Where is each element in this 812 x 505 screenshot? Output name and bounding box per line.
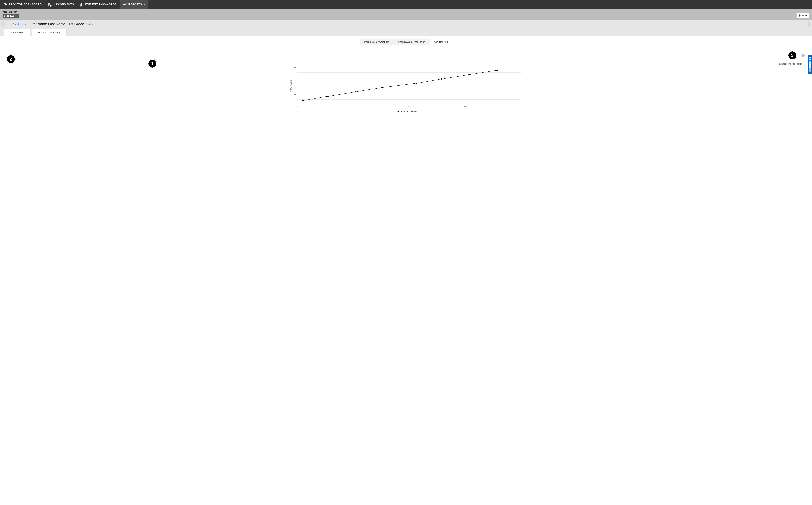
svg-point-37 — [416, 83, 417, 84]
svg-text:40: 40 — [294, 88, 296, 90]
subtabs-wrap: Phonological Awareness Phonics/Word Reco… — [0, 36, 812, 47]
prev-student-button[interactable]: ‹ — [1, 21, 5, 27]
dashboard-icon — [3, 2, 7, 7]
nav-assignments[interactable]: ASSIGNMENTS — [44, 0, 77, 9]
svg-point-39 — [468, 74, 470, 75]
student-name-heading: First Name Last Name - 1st Grade — [30, 22, 84, 26]
svg-text:Jun: Jun — [464, 106, 466, 108]
subtab-phonics[interactable]: Phonics/Word Recognition — [394, 39, 430, 45]
subtab-label: Oral Reading — [434, 41, 448, 43]
svg-point-38 — [441, 78, 442, 79]
chevron-right-icon: › — [809, 23, 809, 25]
svg-text:Apr: Apr — [352, 106, 355, 108]
print-icon — [798, 14, 801, 17]
back-label: Back to report — [12, 23, 27, 25]
print-button[interactable]: Print — [796, 13, 809, 18]
svg-text:Jul: Jul — [520, 106, 523, 108]
svg-point-42 — [398, 111, 399, 113]
academic-year-group: Academic Year: 2024-2025 — [3, 11, 19, 18]
top-nav: PROCTOR DASHBOARD ASSIGNMENTS **** STUDE… — [0, 0, 812, 9]
svg-text:50: 50 — [294, 77, 296, 79]
svg-text:25: 25 — [294, 104, 296, 106]
tab-progress-monitoring[interactable]: Progress Monitoring — [31, 29, 66, 36]
subtab-label: Phonological Awareness — [364, 41, 389, 43]
svg-point-36 — [381, 87, 382, 88]
back-to-report-link[interactable]: ←Back to report — [10, 23, 27, 25]
subtab-label: Phonics/Word Recognition — [398, 41, 425, 43]
academic-year-label: Academic Year: — [3, 11, 19, 13]
caret-down-icon — [144, 4, 145, 5]
nav-reports[interactable]: REPORTS — [120, 0, 148, 9]
svg-line-0 — [5, 4, 6, 5]
nav-label: REPORTS — [128, 3, 142, 6]
status-percentiles-toggle[interactable] — [800, 54, 805, 56]
svg-rect-10 — [799, 16, 800, 16]
grade-label: (Grade) — [85, 23, 92, 25]
svg-point-40 — [496, 70, 498, 71]
svg-point-35 — [355, 91, 356, 93]
provide-feedback-tab[interactable]: Provide feedback — [808, 55, 812, 74]
nav-label: PROCTOR DASHBOARD — [9, 3, 42, 6]
svg-text:35: 35 — [294, 93, 296, 95]
reports-icon — [123, 2, 127, 7]
print-label: Print — [802, 14, 807, 17]
subheader: Academic Year: 2024-2025 Print — [0, 9, 812, 20]
svg-rect-9 — [799, 14, 800, 15]
subtab-oral-reading[interactable]: Oral Reading — [430, 39, 452, 45]
assignments-icon — [47, 2, 52, 7]
nav-proctor-dashboard[interactable]: PROCTOR DASHBOARD — [0, 0, 44, 9]
subtabs: Phonological Awareness Phonics/Word Reco… — [360, 39, 452, 45]
svg-point-33 — [302, 100, 303, 101]
lock-icon: **** — [80, 3, 83, 6]
callout-2: 2 — [6, 54, 15, 64]
stars-icon: **** — [80, 6, 83, 7]
svg-text:30: 30 — [294, 99, 296, 101]
svg-text:55: 55 — [294, 71, 296, 73]
svg-point-34 — [327, 96, 329, 97]
svg-text:May: May — [408, 106, 411, 108]
nav-label: ASSIGNMENTS — [53, 3, 74, 6]
feedback-label: Provide feedback — [809, 57, 811, 72]
nav-student-passwords[interactable]: **** STUDENT PASSWORDS — [77, 0, 120, 9]
svg-text:45: 45 — [294, 82, 296, 84]
svg-text:Student Progress: Student Progress — [401, 111, 418, 113]
chart-svg: 2530354045505560MarAprMayJunJulWCPM (sca… — [6, 66, 806, 115]
nav-label: STUDENT PASSWORDS — [84, 3, 117, 6]
svg-rect-6 — [80, 4, 82, 6]
chart-card: 2 3 Status Percentiles 2530354045505560M… — [3, 47, 809, 119]
svg-text:WCPM (scaled): WCPM (scaled) — [290, 80, 292, 92]
callout-3: 3 — [788, 51, 797, 60]
tab-label: Progress Monitoring — [38, 31, 60, 34]
line-chart: 2530354045505560MarAprMayJunJulWCPM (sca… — [6, 66, 806, 116]
tab-label: Benchmark — [11, 31, 23, 34]
tab-benchmark[interactable]: Benchmark — [4, 29, 30, 36]
subtab-phonological[interactable]: Phonological Awareness — [360, 39, 394, 45]
arrow-left-icon: ← — [10, 23, 12, 25]
status-percentiles-label: Status Percentiles — [779, 62, 802, 65]
next-student-button[interactable]: › — [807, 21, 811, 27]
svg-text:60: 60 — [294, 66, 296, 68]
academic-year-select[interactable]: 2024-2025 — [3, 14, 19, 18]
crumb-row: ‹ ←Back to report First Name Last Name -… — [0, 20, 812, 28]
callout-1: 1 — [148, 59, 157, 68]
chevron-left-icon: ‹ — [3, 23, 4, 25]
svg-text:Mar: Mar — [296, 106, 298, 108]
tabs-row: Benchmark Progress Monitoring 1 — [0, 28, 812, 36]
